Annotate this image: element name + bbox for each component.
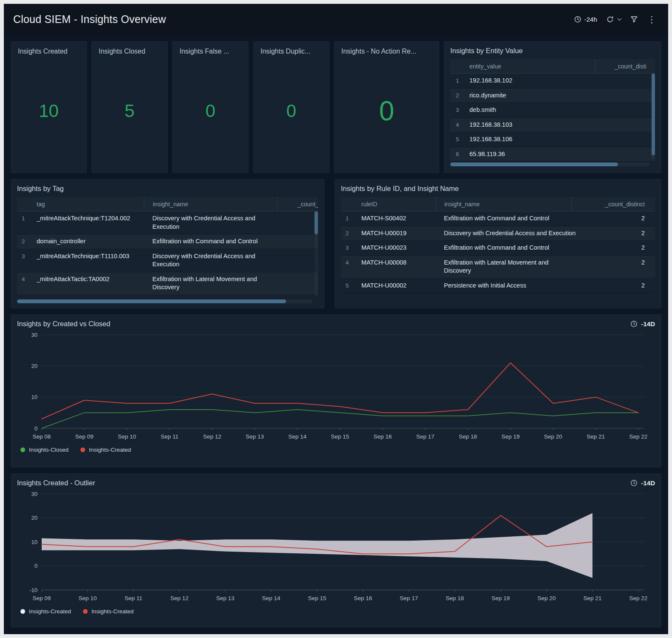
table-row[interactable]: 5192.168.38.106	[450, 132, 655, 147]
outlier-chart: -100102030Sep 09Sep 10Sep 11Sep 12Sep 13…	[17, 489, 655, 604]
legend-item-insights-created[interactable]: Insights-Created	[20, 608, 71, 615]
table-row[interactable]: 3deb.smith	[450, 103, 655, 118]
table-row[interactable]: 665.98.119.36	[450, 147, 655, 162]
panel-title: Insights by Entity Value	[450, 47, 655, 55]
column-header-insight-name[interactable]: insight_name	[436, 197, 571, 211]
tag-cell: _mitreAttackTechnique:T1204.002	[37, 214, 144, 223]
row-index: 1	[341, 214, 361, 222]
legend-label: Insights-Closed	[29, 447, 69, 453]
scrollbar-thumb[interactable]	[17, 299, 286, 303]
insight-name-cell: Exfiltration with Command and Control	[144, 237, 318, 246]
scrollbar-thumb[interactable]	[315, 211, 318, 234]
legend-dot	[80, 447, 85, 452]
stat-card-title: Insights Created	[18, 48, 80, 55]
entity-value-cell: 192.168.38.103	[469, 121, 655, 129]
dashboard-content: Insights Created 10 Insights Closed 5 In…	[4, 34, 668, 634]
rule-id-cell: MATCH-U00008	[361, 259, 436, 267]
row-index: 3	[17, 252, 37, 260]
column-header-tag[interactable]: tag	[17, 197, 144, 211]
legend-label: Insights-Created	[89, 447, 131, 453]
stat-card-insights-created: Insights Created 10	[11, 41, 87, 173]
row-index: 2	[17, 237, 37, 245]
row-index: 4	[341, 259, 361, 267]
x-axis-label: Sep 15	[308, 595, 326, 601]
y-axis-label: 10	[31, 539, 37, 545]
table-body: 1MATCH-S00402Exfiltration with Command a…	[341, 211, 655, 293]
insight-name-cell: Discovery with Credential Access and Exe…	[144, 214, 318, 231]
x-axis-label: Sep 13	[216, 595, 234, 601]
legend-item-insights-closed[interactable]: Insights-Closed	[20, 447, 69, 453]
scrollbar-thumb[interactable]	[450, 162, 618, 166]
row-index: 6	[450, 150, 469, 158]
table-row[interactable]: 1_mitreAttackTechnique:T1204.002Discover…	[17, 211, 318, 234]
scrollbar-thumb[interactable]	[652, 74, 655, 155]
more-menu-button[interactable]: ⋮	[647, 15, 656, 24]
entity-value-cell: 192.168.38.106	[469, 135, 655, 144]
table-row[interactable]: 4_mitreAttackTactic:TA0002Exfiltration w…	[17, 272, 318, 295]
panel-insights-by-tag: Insights by Tag tag insight_name _count_…	[11, 179, 324, 308]
x-axis-label: Sep 22	[629, 595, 648, 601]
time-range-label: -24h	[584, 16, 597, 23]
insight-name-cell: Exfiltration with Command and Control	[436, 214, 584, 223]
chart-legend: Insights-CreatedInsights-Created	[17, 606, 655, 615]
chart-legend: Insights-ClosedInsights-Created	[17, 444, 655, 453]
entity-value-cell: deb.smith	[469, 106, 655, 114]
y-axis-label: 30	[31, 491, 37, 497]
x-axis-label: Sep 18	[459, 433, 477, 440]
kebab-icon: ⋮	[647, 15, 656, 24]
horizontal-scrollbar[interactable]	[17, 299, 313, 303]
table-body: 1_mitreAttackTechnique:T1204.002Discover…	[17, 211, 318, 295]
chart-time-range-button[interactable]: -14D	[630, 320, 655, 328]
refresh-button[interactable]	[606, 16, 621, 23]
table-row[interactable]: 2domain_controllerExfiltration with Comm…	[17, 234, 318, 249]
column-header-count-distinct[interactable]: _count_disti	[595, 59, 655, 73]
legend-dot	[20, 609, 25, 614]
table-header-row: tag insight_name _count_d	[17, 197, 318, 211]
column-header-entity-value[interactable]: entity_value	[450, 59, 595, 73]
x-axis-label: Sep 09	[75, 433, 94, 440]
y-axis-label: 20	[31, 363, 37, 369]
table-row[interactable]: 4192.168.38.103	[450, 118, 655, 133]
insight-name-cell: Exfiltration with Command and Control	[436, 244, 584, 252]
refresh-icon	[606, 16, 614, 23]
legend-label: Insights-Created	[92, 608, 134, 615]
vertical-scrollbar[interactable]	[652, 74, 655, 160]
insight-name-cell: Exfiltration with Lateral Movement and D…	[144, 275, 318, 292]
legend-dot	[20, 447, 25, 452]
stat-card-insights-no-action: Insights - No Action Re... 0	[334, 41, 439, 173]
chart-time-range-button[interactable]: -14D	[630, 479, 655, 487]
table-row[interactable]: 1MATCH-S00402Exfiltration with Command a…	[341, 211, 655, 226]
table-row[interactable]: 2rico.dynamite	[450, 88, 655, 103]
vertical-scrollbar[interactable]	[315, 211, 318, 296]
time-range-button[interactable]: -24h	[574, 16, 597, 23]
panel-insights-created-vs-closed: Insights by Created vs Closed -14D 01020…	[11, 314, 661, 467]
stats-row: Insights Created 10 Insights Closed 5 In…	[11, 41, 661, 173]
table-row[interactable]: 3_mitreAttackTechnique:T1110.003Discover…	[17, 249, 318, 272]
table-row[interactable]: 3MATCH-U00023Exfiltration with Command a…	[341, 241, 655, 256]
tables-row: Insights by Tag tag insight_name _count_…	[11, 179, 661, 308]
horizontal-scrollbar[interactable]	[450, 162, 650, 166]
column-header-count-distinct[interactable]: _count_distinct	[571, 197, 655, 211]
y-axis-label: 10	[31, 394, 37, 400]
panel-title: Insights by Created vs Closed	[17, 320, 110, 328]
row-index: 3	[341, 244, 361, 252]
x-axis-label: Sep 20	[544, 433, 562, 440]
table-row[interactable]: 5MATCH-U00002Persistence with Initial Ac…	[341, 279, 655, 293]
table-row[interactable]: 4MATCH-U00008Exfiltration with Lateral M…	[341, 256, 655, 279]
y-axis-label: 30	[31, 332, 37, 338]
legend-item-insights-created[interactable]: Insights-Created	[83, 608, 134, 615]
row-index: 1	[450, 77, 469, 85]
filter-button[interactable]	[630, 15, 638, 23]
legend-item-insights-created[interactable]: Insights-Created	[80, 447, 131, 453]
y-axis-label: 20	[31, 515, 37, 521]
x-axis-label: Sep 17	[416, 433, 435, 440]
column-header-rule-id[interactable]: ruleID	[341, 197, 436, 211]
table-row[interactable]: 1192.168.38.102	[450, 74, 655, 88]
column-header-count[interactable]: _count_d	[277, 197, 318, 211]
row-index: 4	[450, 121, 469, 129]
table-row[interactable]: 2MATCH-U00019Discovery with Credential A…	[341, 226, 655, 241]
x-axis-label: Sep 14	[288, 433, 306, 440]
insight-name-cell: Exfiltration with Lateral Movement and D…	[436, 259, 584, 275]
legend-dot	[83, 609, 88, 614]
column-header-insight-name[interactable]: insight_name	[144, 197, 277, 211]
